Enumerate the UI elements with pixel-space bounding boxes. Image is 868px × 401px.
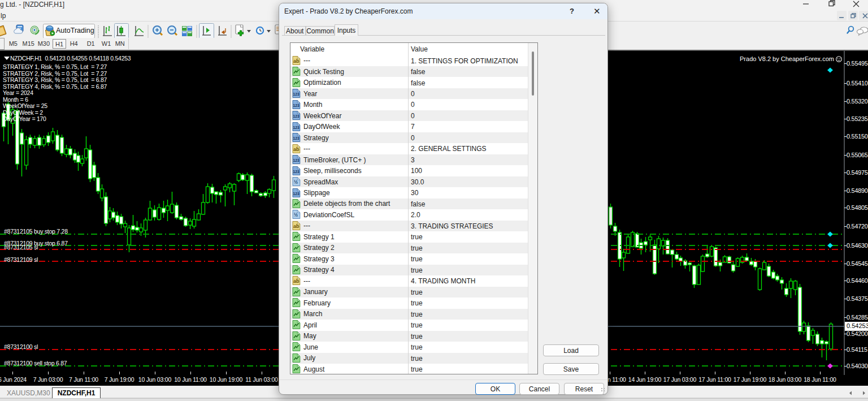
- svg-text:123: 123: [293, 114, 300, 118]
- svg-text:½: ½: [294, 212, 298, 218]
- svg-text:ab: ab: [293, 223, 300, 228]
- svg-text:123: 123: [293, 92, 300, 96]
- svg-text:½: ½: [294, 179, 298, 185]
- svg-text:123: 123: [293, 170, 300, 174]
- svg-text:123: 123: [293, 104, 300, 107]
- svg-text:123: 123: [293, 126, 300, 130]
- svg-text:ab: ab: [293, 146, 300, 152]
- svg-text:123: 123: [293, 136, 300, 140]
- svg-text:123: 123: [293, 158, 300, 162]
- svg-text:ab: ab: [293, 58, 300, 63]
- svg-text:123: 123: [293, 192, 300, 196]
- svg-text:ab: ab: [293, 278, 300, 284]
